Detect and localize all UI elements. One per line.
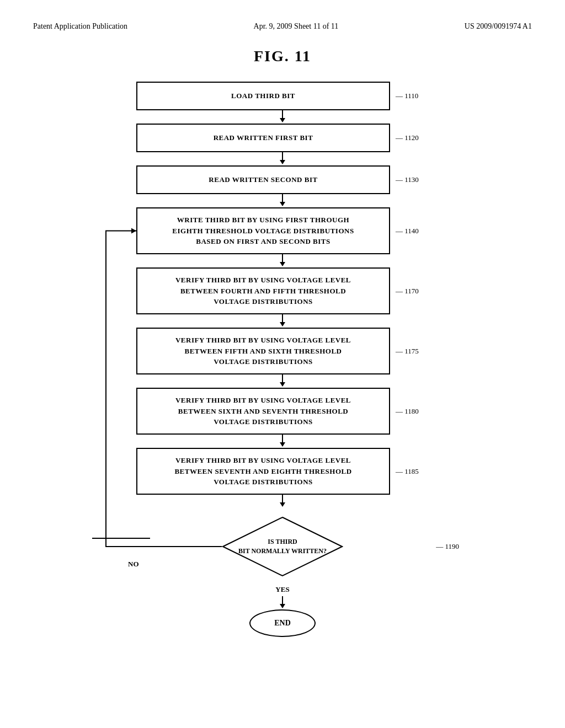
step-1185-id: — 1185 [396,467,429,476]
step-1175-id: — 1175 [396,347,429,356]
figure-title: FIG. 11 [33,47,532,65]
step-1180-row: VERIFY THIRD BIT BY USING VOLTAGE LEVELB… [33,388,532,435]
decision-1190: IS THIRD BIT NORMALLY WRITTEN? [222,516,343,577]
step-1175-label: VERIFY THIRD BIT BY USING VOLTAGE LEVELB… [175,335,351,367]
header-left: Patent Application Publication [33,22,127,31]
step-1170-box: VERIFY THIRD BIT BY USING VOLTAGE LEVELB… [136,267,390,314]
end-label: END [274,619,291,628]
step-1170-row: VERIFY THIRD BIT BY USING VOLTAGE LEVELB… [33,267,532,314]
header-middle: Apr. 9, 2009 Sheet 11 of 11 [254,22,339,31]
step-1140-row: WRITE THIRD BIT BY USING FIRST THROUGHEI… [33,207,532,254]
step-1110-label: LOAD THIRD BIT [231,92,295,100]
step-1185-box: VERIFY THIRD BIT BY USING VOLTAGE LEVELB… [136,448,390,495]
end-ellipse: END [249,609,316,637]
diamond-line1: IS THIRD [268,538,297,545]
step-1180-label: VERIFY THIRD BIT BY USING VOLTAGE LEVELB… [175,395,351,427]
step-1190-id: — 1190 [436,542,459,551]
step-1120-id: — 1120 [396,133,429,142]
step-1110-id: — 1110 [396,92,429,100]
step-1130-box: READ WRITTEN SECOND BIT [136,165,390,194]
header-right: US 2009/0091974 A1 [465,22,532,31]
step-1175-box: VERIFY THIRD BIT BY USING VOLTAGE LEVELB… [136,328,390,374]
step-1140-id: — 1140 [396,227,429,235]
step-1110-box: LOAD THIRD BIT [136,82,390,110]
step-1180-box: VERIFY THIRD BIT BY USING VOLTAGE LEVELB… [136,388,390,435]
step-1185-row: VERIFY THIRD BIT BY USING VOLTAGE LEVELB… [33,448,532,495]
diamond-line2: BIT NORMALLY WRITTEN? [238,547,327,555]
step-1170-id: — 1170 [396,287,429,296]
step-1185-label: VERIFY THIRD BIT BY USING VOLTAGE LEVELB… [174,455,351,488]
step-1175-row: VERIFY THIRD BIT BY USING VOLTAGE LEVELB… [33,328,532,374]
flowchart: LOAD THIRD BIT — 1110 READ WRITTEN FIRST… [33,82,532,637]
page-header: Patent Application Publication Apr. 9, 2… [33,22,532,31]
yes-label: YES [275,585,289,594]
step-1140-box: WRITE THIRD BIT BY USING FIRST THROUGHEI… [136,207,390,254]
step-1120-label: READ WRITTEN FIRST BIT [214,133,313,142]
step-1170-label: VERIFY THIRD BIT BY USING VOLTAGE LEVELB… [175,275,351,307]
step-1130-row: READ WRITTEN SECOND BIT — 1130 [33,165,532,194]
step-1130-id: — 1130 [396,175,429,184]
step-1110-row: LOAD THIRD BIT — 1110 [33,82,532,110]
step-1130-label: READ WRITTEN SECOND BIT [209,175,317,184]
page: Patent Application Publication Apr. 9, 2… [0,0,565,728]
step-1120-row: READ WRITTEN FIRST BIT — 1120 [33,124,532,152]
step-1180-id: — 1180 [396,407,429,416]
no-label: NO [128,560,139,569]
step-1140-label: WRITE THIRD BIT BY USING FIRST THROUGHEI… [172,215,354,247]
step-1120-box: READ WRITTEN FIRST BIT [136,124,390,152]
